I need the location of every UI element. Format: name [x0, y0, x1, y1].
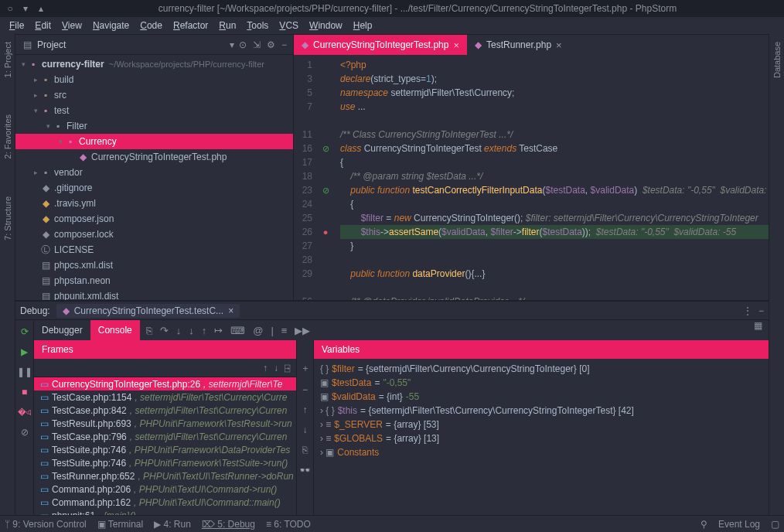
gutter-mark[interactable] [317, 114, 334, 128]
frames-filter-icon[interactable]: ⍈ [285, 363, 290, 373]
stack-frame[interactable]: ▭phpunit:61, {main}() [34, 509, 296, 515]
tool-project[interactable]: 1: Project [2, 39, 14, 80]
tree-arrow-icon[interactable]: ▾ [31, 107, 40, 114]
menu-help[interactable]: Help [349, 19, 377, 32]
tree-arrow-icon[interactable]: ▸ [31, 76, 40, 84]
variable-row[interactable]: › ▣ Constants [314, 445, 769, 459]
prev-frame-icon[interactable]: ↑ [263, 363, 268, 373]
pause-icon[interactable]: ❚❚ [17, 367, 32, 377]
menu-view[interactable]: View [57, 19, 87, 32]
project-view-dropdown-icon[interactable]: ▾ [230, 39, 234, 50]
tree-node[interactable]: ◆composer.lock [15, 227, 293, 242]
gutter-mark[interactable]: ● [317, 225, 334, 239]
tree-node[interactable]: ◆composer.json [15, 211, 293, 227]
code-editor[interactable]: 135711161718232425262728295659 ⊘⊘●▶ <?ph… [294, 55, 769, 300]
gutter-mark[interactable] [317, 239, 334, 253]
code-line[interactable]: public function dataProvider(){...} [340, 267, 769, 281]
debugger-tab[interactable]: Debugger [34, 320, 90, 340]
console-tab[interactable]: Console [90, 320, 140, 340]
tool-favorites[interactable]: 2: Favorites [2, 111, 14, 162]
hide-panel-icon[interactable]: − [281, 39, 287, 50]
show-execution-point-icon[interactable]: ⎘ [146, 325, 152, 336]
tree-node[interactable]: ▾▪Filter [15, 118, 293, 134]
copy-watch-icon[interactable]: ⎘ [302, 445, 308, 455]
mute-breakpoints-icon[interactable]: ⊘ [21, 427, 29, 438]
close-icon[interactable]: × [228, 305, 233, 316]
gutter-mark[interactable] [317, 197, 334, 211]
step-out-icon[interactable]: ↑ [202, 325, 207, 336]
statusbar-item[interactable]: ≡ 6: TODO [266, 519, 311, 530]
statusbar-item[interactable]: ᛘ 9: Version Control [5, 519, 87, 530]
stop-icon[interactable]: ■ [22, 387, 27, 397]
project-tree[interactable]: ▾ ▪ currency-filter ~/Workspace/projects… [15, 55, 293, 300]
view-breakpoints-icon[interactable]: �এ [18, 407, 32, 418]
statusbar-right-item[interactable]: ⚲ [700, 519, 707, 530]
force-step-into-icon[interactable]: ↓ [189, 325, 194, 336]
gutter-mark[interactable] [317, 72, 334, 86]
add-watch-icon[interactable]: ＋ [301, 362, 310, 375]
menu-vcs[interactable]: VCS [274, 19, 303, 32]
resume-program-icon[interactable]: ▶▶ [295, 325, 310, 336]
collapse-all-icon[interactable]: ⇲ [253, 39, 261, 50]
run-to-cursor-icon[interactable]: ↦ [214, 325, 223, 336]
code-line[interactable]: namespace settermjd\Filter\Test\Currency… [340, 86, 769, 100]
menu-tools[interactable]: Tools [242, 19, 273, 32]
code-line[interactable]: /** @param string $testData ...*/ [340, 169, 769, 183]
code-line[interactable] [340, 281, 769, 295]
gutter-mark[interactable] [317, 169, 334, 183]
resume-icon[interactable]: ▶ [21, 346, 28, 357]
more-icon[interactable]: ⋮ [743, 305, 752, 316]
gutter-mark[interactable] [317, 281, 334, 295]
gutter-mark[interactable] [317, 128, 334, 142]
code-line[interactable]: { [340, 197, 769, 211]
tree-arrow-icon[interactable]: ▾ [56, 138, 65, 145]
stack-frame[interactable]: ▭TestResult.php:693, PHPUnit\Framework\T… [34, 417, 296, 430]
stack-frame[interactable]: ▭TestCase.php:1154, settermjd\Filter\Tes… [34, 390, 296, 404]
tree-node[interactable]: ▸▪vendor [15, 165, 293, 180]
watch-down-icon[interactable]: ↓ [303, 425, 308, 435]
gutter-mark[interactable] [317, 155, 334, 169]
rerun-icon[interactable]: ⟳ [21, 326, 29, 337]
code-line[interactable]: { [340, 155, 769, 169]
hide-panel-icon[interactable]: − [758, 305, 764, 316]
code-line[interactable]: class CurrencyStringToIntegerTest extend… [340, 142, 769, 155]
step-into-icon[interactable]: ↓ [176, 325, 182, 336]
marker-gutter[interactable]: ⊘⊘●▶ [317, 55, 334, 300]
menu-code[interactable]: Code [135, 19, 167, 32]
layout-icon[interactable]: ▦ [748, 320, 769, 340]
frames-list[interactable]: ▭CurrencyStringToIntegerTest.php:26, set… [34, 377, 296, 515]
stack-frame[interactable]: ▭CurrencyStringToIntegerTest.php:26, set… [34, 377, 296, 390]
gutter-mark[interactable]: ⊘ [317, 183, 334, 197]
tree-node[interactable]: ⓁLICENSE [15, 242, 293, 257]
variables-list[interactable]: { } $filter = {settermjd\Filter\Currency… [314, 359, 769, 515]
code-line[interactable]: <?php [340, 58, 769, 72]
watch-up-icon[interactable]: ↑ [303, 404, 308, 415]
variable-row[interactable]: › ≡ $GLOBALS = {array} [13] [314, 431, 769, 445]
close-icon[interactable]: × [556, 39, 562, 51]
tree-node[interactable]: ▾▪test [15, 103, 293, 118]
project-root[interactable]: ▾ ▪ currency-filter ~/Workspace/projects… [15, 56, 293, 72]
menu-window[interactable]: Window [305, 19, 347, 32]
gutter-mark[interactable] [317, 100, 334, 114]
step-over-icon[interactable]: ↷ [160, 325, 169, 336]
variable-row[interactable]: › { } $this = {settermjd\Filter\Test\Cur… [314, 404, 769, 418]
editor-tab[interactable]: ◆CurrencyStringToIntegerTest.php× [294, 35, 467, 55]
autoscroll-icon[interactable]: ⊙ [239, 39, 247, 50]
code-line[interactable]: use ... [340, 100, 769, 114]
variable-row[interactable]: ▣ $testData = "-0,55" [314, 376, 769, 390]
variable-row[interactable]: { } $filter = {settermjd\Filter\Currency… [314, 362, 769, 376]
stack-frame[interactable]: ▭TestCase.php:842, settermjd\Filter\Test… [34, 404, 296, 417]
tree-node[interactable]: ▸▪src [15, 87, 293, 103]
tree-node[interactable]: ◆.travis.yml [15, 196, 293, 211]
statusbar-right-item[interactable]: ▢ [771, 519, 779, 530]
close-icon[interactable]: × [453, 39, 459, 51]
editor-tab[interactable]: ◆TestRunner.php× [467, 35, 570, 55]
code-line[interactable]: /** Class CurrencyStringToIntegerTest ..… [340, 128, 769, 142]
tree-node[interactable]: ▾▪Currency [15, 134, 293, 149]
statusbar-right-item[interactable]: Event Log [718, 519, 760, 530]
watches-toggle-icon[interactable]: 👓 [299, 465, 311, 476]
code-line[interactable]: } [340, 239, 769, 253]
tree-arrow-icon[interactable]: ▾ [43, 122, 53, 130]
stack-frame[interactable]: ▭TestSuite.php:746, PHPUnit\Framework\Da… [34, 443, 296, 456]
statusbar-item[interactable]: ▣ Terminal [97, 519, 143, 530]
